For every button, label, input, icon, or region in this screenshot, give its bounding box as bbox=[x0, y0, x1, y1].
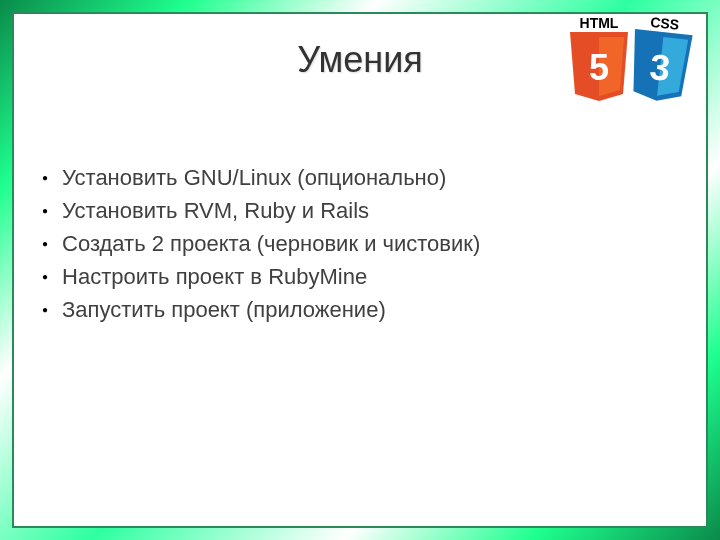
css3-number: 3 bbox=[648, 46, 672, 89]
css3-label: CSS bbox=[650, 14, 680, 33]
bullet-text: Создать 2 проекта (черновик и чистовик) bbox=[62, 227, 480, 260]
slide-content: HTML 5 CSS 3 Умения Установить GNU/Linux… bbox=[12, 12, 708, 528]
decorative-frame: HTML 5 CSS 3 Умения Установить GNU/Linux… bbox=[0, 0, 720, 540]
list-item: Установить RVM, Ruby и Rails bbox=[42, 194, 686, 227]
bullet-text: Установить RVM, Ruby и Rails bbox=[62, 194, 369, 227]
list-item: Настроить проект в RubyMine bbox=[42, 260, 686, 293]
list-item: Запустить проект (приложение) bbox=[42, 293, 686, 326]
list-item: Установить GNU/Linux (опционально) bbox=[42, 161, 686, 194]
list-item: Создать 2 проекта (черновик и чистовик) bbox=[42, 227, 686, 260]
skills-list: Установить GNU/Linux (опционально) Устан… bbox=[34, 161, 686, 326]
bullet-text: Установить GNU/Linux (опционально) bbox=[62, 161, 446, 194]
bullet-text: Настроить проект в RubyMine bbox=[62, 260, 367, 293]
html5-number: 5 bbox=[589, 47, 609, 88]
html5-label: HTML bbox=[580, 15, 619, 31]
css3-logo-icon: CSS 3 bbox=[621, 11, 700, 108]
tech-logos: HTML 5 CSS 3 bbox=[564, 14, 696, 104]
bullet-text: Запустить проект (приложение) bbox=[62, 293, 386, 326]
